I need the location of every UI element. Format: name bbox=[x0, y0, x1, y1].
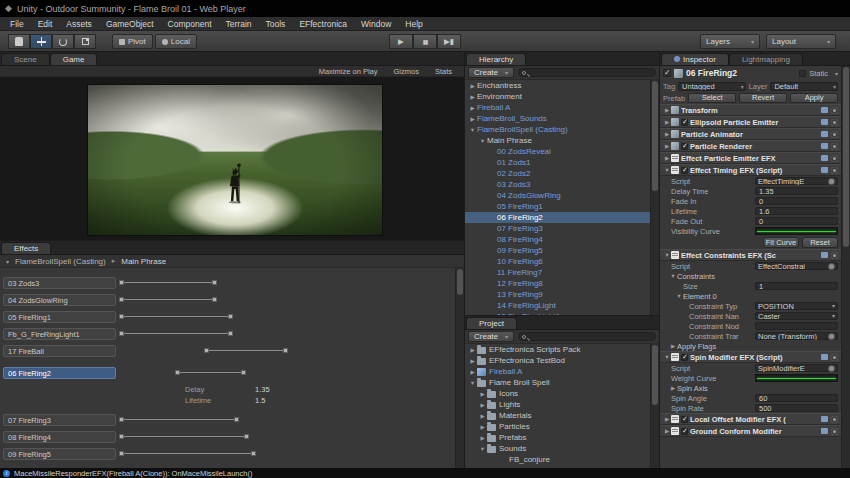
hierarchy-item[interactable]: ▶ FlameBroil_Sounds bbox=[465, 113, 650, 124]
inspector-tab[interactable]: Inspector bbox=[661, 53, 729, 65]
layout-dropdown[interactable]: Layout ▾ bbox=[766, 34, 836, 49]
object-picker-icon[interactable] bbox=[829, 366, 834, 371]
foldout-arrow-icon[interactable]: ▶ bbox=[663, 155, 671, 161]
effects-scrollbar[interactable] bbox=[455, 268, 464, 468]
foldout-arrow-icon[interactable]: ▶ bbox=[663, 119, 671, 125]
value-dropdown[interactable]: Caster bbox=[755, 312, 838, 320]
scale-tool-button[interactable] bbox=[74, 34, 96, 49]
track-duration-bar[interactable] bbox=[122, 419, 236, 420]
inspector-row[interactable]: Delay Time 1.35 1.35 bbox=[660, 186, 841, 196]
active-checkbox[interactable] bbox=[663, 69, 671, 77]
track-duration-bar[interactable] bbox=[122, 333, 230, 334]
foldout-arrow-icon[interactable]: ▶ bbox=[468, 116, 477, 122]
help-book-icon[interactable] bbox=[821, 143, 828, 149]
track-end-handle[interactable] bbox=[244, 434, 249, 439]
track-end-handle[interactable] bbox=[212, 280, 217, 285]
prefab-revert-button[interactable]: Revert bbox=[739, 93, 787, 103]
project-item[interactable]: ▶ EFfectronica TestBod bbox=[465, 355, 650, 366]
menu-item[interactable]: File bbox=[3, 19, 31, 29]
hierarchy-item[interactable]: 14 FireRingLight bbox=[465, 300, 650, 311]
track-label[interactable]: Fb_G_FireRingLight1 bbox=[3, 328, 116, 340]
foldout-arrow-icon[interactable]: ▼ bbox=[675, 293, 683, 299]
track-timeline[interactable] bbox=[122, 291, 449, 308]
gear-icon[interactable] bbox=[831, 131, 838, 138]
foldout-arrow-icon[interactable]: ▼ bbox=[478, 138, 487, 144]
track-start-handle[interactable] bbox=[119, 331, 124, 336]
delay-value[interactable]: 1.35 bbox=[255, 385, 270, 394]
layers-dropdown[interactable]: Layers ▾ bbox=[700, 34, 760, 49]
foldout-arrow-icon[interactable]: ▼ bbox=[663, 354, 671, 360]
foldout-arrow-icon[interactable]: ▶ bbox=[468, 105, 477, 111]
gear-icon[interactable] bbox=[831, 416, 838, 423]
breadcrumb-root[interactable]: FlameBroilSpell (Casting) bbox=[15, 257, 106, 266]
foldout-arrow-icon[interactable]: ▶ bbox=[468, 83, 477, 89]
hierarchy-item[interactable]: ▶ Environment bbox=[465, 91, 650, 102]
foldout-arrow-icon[interactable]: ▶ bbox=[663, 107, 671, 113]
inspector-scrollbar[interactable] bbox=[841, 66, 850, 468]
menu-item[interactable]: GameObject bbox=[99, 19, 161, 29]
track-start-handle[interactable] bbox=[119, 451, 124, 456]
foldout-arrow-icon[interactable]: ▶ bbox=[468, 369, 477, 375]
foldout-arrow-icon[interactable]: ▶ bbox=[468, 347, 477, 353]
object-picker-icon[interactable] bbox=[829, 312, 835, 320]
gizmos-toggle[interactable]: Gizmos bbox=[393, 67, 418, 76]
track-start-handle[interactable] bbox=[175, 370, 180, 375]
project-scrollbar[interactable] bbox=[650, 344, 659, 468]
effects-track[interactable]: 07 FireRing3 bbox=[0, 411, 455, 428]
foldout-arrow-icon[interactable]: ▶ bbox=[663, 131, 671, 137]
effects-track[interactable]: Fb_G_FireRingLight1 bbox=[0, 325, 455, 342]
track-timeline[interactable] bbox=[122, 411, 449, 428]
inspector-row[interactable]: Lifetime 1.6 1.6 bbox=[660, 206, 841, 216]
foldout-arrow-icon[interactable]: ▶ bbox=[478, 402, 487, 408]
inspector-row[interactable]: ▶ Spin Axis bbox=[660, 383, 841, 393]
inspector-row[interactable]: ▶ Particle Animator bbox=[660, 128, 841, 140]
hierarchy-item[interactable]: 10 FireRing6 bbox=[465, 256, 650, 267]
create-button[interactable]: Create ▾ bbox=[468, 331, 514, 342]
inspector-row[interactable]: Fade Out 0 0 bbox=[660, 216, 841, 226]
track-timeline[interactable] bbox=[122, 308, 449, 325]
component-enabled-checkbox[interactable] bbox=[681, 167, 688, 174]
inspector-row[interactable]: Fit Curve Reset Curve bbox=[660, 236, 841, 249]
project-item[interactable]: FB_conjure bbox=[465, 454, 650, 465]
track-end-handle[interactable] bbox=[212, 297, 217, 302]
inspector-row[interactable]: ▼ Element 0 bbox=[660, 291, 841, 301]
gear-icon[interactable] bbox=[831, 107, 838, 114]
track-start-handle[interactable] bbox=[204, 348, 209, 353]
track-timeline[interactable] bbox=[122, 325, 449, 342]
value-dropdown[interactable]: POSITION bbox=[755, 302, 838, 310]
help-book-icon[interactable] bbox=[821, 167, 828, 173]
inspector-row[interactable]: ▶ Ellipsoid Particle Emitter bbox=[660, 116, 841, 128]
project-item[interactable]: ▶ Particles bbox=[465, 421, 650, 432]
foldout-arrow-icon[interactable]: ▼ bbox=[478, 446, 487, 452]
track-start-handle[interactable] bbox=[119, 314, 124, 319]
project-item[interactable]: ▼ Sounds bbox=[465, 443, 650, 454]
hierarchy-item[interactable]: 08 FireRing4 bbox=[465, 234, 650, 245]
titlebar[interactable]: ◆ Unity - Outdoor Summunity - Flame Broi… bbox=[0, 0, 850, 17]
menu-item[interactable]: Assets bbox=[59, 19, 99, 29]
hierarchy-scrollbar[interactable] bbox=[650, 80, 659, 315]
track-label[interactable]: 07 FireRing3 bbox=[3, 414, 116, 426]
component-enabled-checkbox[interactable] bbox=[681, 354, 688, 361]
hierarchy-item[interactable]: ▶ Enchantress bbox=[465, 80, 650, 91]
prefab-apply-button[interactable]: Apply bbox=[790, 93, 838, 103]
hierarchy-item[interactable]: 00 ZodsReveal bbox=[465, 146, 650, 157]
track-duration-bar[interactable] bbox=[122, 316, 230, 317]
lifetime-value[interactable]: 1.5 bbox=[255, 396, 265, 405]
track-duration-bar[interactable] bbox=[207, 350, 285, 351]
hierarchy-item[interactable]: 07 FireRing3 bbox=[465, 223, 650, 234]
hierarchy-item[interactable]: ▼ FlameBroilSpell (Casting) bbox=[465, 124, 650, 135]
stats-toggle[interactable]: Stats bbox=[435, 67, 452, 76]
value-field[interactable] bbox=[755, 322, 838, 330]
track-duration-bar[interactable] bbox=[122, 453, 253, 454]
object-picker-icon[interactable] bbox=[829, 264, 834, 269]
effects-tab[interactable]: Effects bbox=[1, 242, 51, 254]
help-book-icon[interactable] bbox=[821, 252, 828, 258]
foldout-arrow-icon[interactable]: ▶ bbox=[669, 385, 677, 391]
foldout-arrow-icon[interactable]: ▼ bbox=[468, 380, 477, 386]
foldout-arrow-icon[interactable]: ▶ bbox=[478, 413, 487, 419]
hierarchy-item[interactable]: 12 FireRing8 bbox=[465, 278, 650, 289]
track-start-handle[interactable] bbox=[119, 297, 124, 302]
create-button[interactable]: Create ▾ bbox=[468, 67, 514, 78]
hierarchy-item[interactable]: 11 FireRing7 bbox=[465, 267, 650, 278]
object-picker-icon[interactable] bbox=[829, 302, 835, 310]
